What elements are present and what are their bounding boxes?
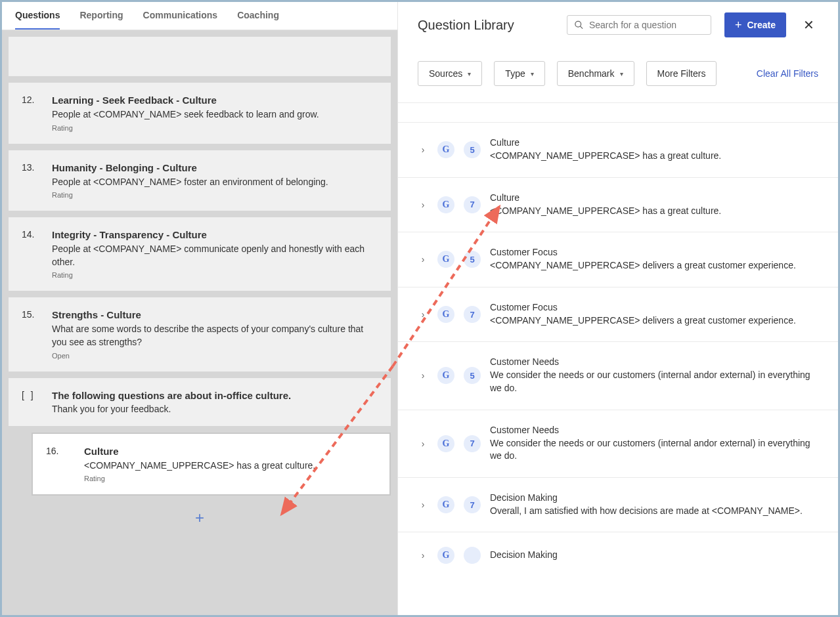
library-category: Customer Focus (490, 247, 818, 257)
chevron-right-icon[interactable]: › (418, 370, 428, 381)
create-button[interactable]: + Create (724, 12, 786, 37)
question-type: Rating (84, 475, 376, 482)
question-number: 15. (22, 309, 40, 359)
library-category: Decision Making (490, 492, 818, 503)
tab-bar: Questions Reporting Communications Coach… (2, 2, 397, 30)
library-item[interactable]: › G Decision Making (398, 532, 838, 578)
chevron-right-icon[interactable]: › (418, 144, 428, 155)
tab-communications[interactable]: Communications (143, 2, 218, 30)
section-title: The following questions are about in-off… (52, 390, 291, 401)
question-type: Rating (52, 191, 378, 199)
question-number: 16. (46, 446, 72, 483)
chevron-down-icon: ▾ (468, 70, 471, 77)
add-question-icon[interactable]: + (195, 509, 204, 526)
scale-badge: 5 (464, 367, 481, 384)
chevron-right-icon[interactable]: › (418, 254, 428, 265)
question-desc: What are some words to describe the aspe… (52, 323, 378, 349)
filter-type[interactable]: Type▾ (494, 61, 544, 86)
question-item-added[interactable]: 16. Culture <COMPANY_NAME_UPPERCASE> has… (32, 433, 391, 496)
chevron-right-icon[interactable]: › (418, 200, 428, 210)
question-title: Learning - Seek Feedback - Culture (52, 95, 378, 106)
library-item[interactable]: › G 5 Customer Focus<COMPANY_NAME_UPPERC… (398, 232, 838, 287)
source-icon: G (437, 367, 454, 384)
question-desc: People at <COMPANY_NAME> communicate ope… (52, 243, 378, 268)
close-icon[interactable]: ✕ (799, 13, 818, 37)
library-question: <COMPANY_NAME_UPPERCASE> delivers a grea… (490, 259, 818, 272)
library-category: Customer Needs (490, 356, 818, 367)
question-title: Humanity - Belonging - Culture (52, 162, 378, 173)
library-question: Overall, I am satisfied with how decisio… (490, 505, 818, 518)
library-item[interactable]: › G 7 Decision MakingOverall, I am satis… (398, 478, 838, 533)
question-item[interactable]: 12. Learning - Seek Feedback - Culture P… (9, 83, 391, 144)
question-type: Rating (52, 271, 378, 279)
library-item[interactable]: › G 7 Customer NeedsWe consider the need… (398, 410, 838, 478)
tab-questions[interactable]: Questions (15, 2, 60, 30)
create-label: Create (747, 20, 776, 30)
scale-badge: 5 (464, 251, 481, 268)
question-desc: <COMPANY_NAME_UPPERCASE> has a great cul… (84, 459, 376, 473)
question-title: Strengths - Culture (52, 309, 378, 320)
search-icon (574, 20, 584, 30)
chevron-down-icon: ▾ (620, 70, 623, 77)
plus-icon: + (735, 19, 742, 31)
question-item[interactable]: 14. Integrity - Transparency - Culture P… (9, 217, 391, 291)
scale-badge: 7 (464, 196, 481, 213)
panel-title: Question Library (418, 18, 514, 33)
library-item[interactable]: › G 7 Culture<COMPANY_NAME_UPPERCASE> ha… (398, 178, 838, 233)
svg-point-0 (575, 21, 581, 27)
scale-badge: 7 (464, 435, 481, 452)
library-item[interactable]: › G 5 Customer NeedsWe consider the need… (398, 342, 838, 410)
question-title: Culture (84, 446, 376, 457)
section-header[interactable]: [ ] The following questions are about in… (9, 378, 391, 426)
library-category: Customer Focus (490, 302, 818, 312)
library-category: Culture (490, 192, 818, 203)
search-field[interactable] (567, 15, 711, 35)
source-icon: G (437, 435, 454, 452)
question-desc: People at <COMPANY_NAME> foster an envir… (52, 176, 378, 189)
panel-header: Question Library + Create ✕ (398, 2, 838, 48)
scale-badge (464, 547, 481, 564)
section-icon: [ ] (22, 390, 40, 414)
chevron-right-icon[interactable]: › (418, 550, 428, 561)
library-item[interactable]: › G 5 Culture<COMPANY_NAME_UPPERCASE> ha… (398, 123, 838, 178)
question-type: Open (52, 352, 378, 360)
question-number: 12. (22, 95, 40, 132)
library-category: Customer Needs (490, 425, 818, 435)
source-icon: G (437, 306, 454, 323)
chevron-right-icon[interactable]: › (418, 500, 428, 510)
search-input[interactable] (589, 20, 704, 30)
question-item[interactable]: 13. Humanity - Belonging - Culture Peopl… (9, 150, 391, 211)
scale-badge: 7 (464, 306, 481, 323)
filters-row: Sources▾ Type▾ Benchmark▾ More Filters C… (398, 48, 838, 103)
scale-badge: 7 (464, 496, 481, 513)
library-question: <COMPANY_NAME_UPPERCASE> delivers a grea… (490, 314, 818, 328)
question-desc: People at <COMPANY_NAME> seek feedback t… (52, 108, 378, 121)
library-list: › G 5 Culture<COMPANY_NAME_UPPERCASE> ha… (398, 103, 838, 615)
clear-filters[interactable]: Clear All Filters (757, 68, 818, 79)
chevron-right-icon[interactable]: › (418, 309, 428, 320)
source-icon: G (437, 141, 454, 158)
chevron-down-icon: ▾ (531, 70, 534, 77)
filter-sources[interactable]: Sources▾ (418, 61, 482, 86)
svg-line-1 (580, 26, 583, 29)
chevron-right-icon[interactable]: › (418, 438, 428, 449)
tab-reporting[interactable]: Reporting (79, 2, 123, 30)
library-question: We consider the needs or our customers (… (490, 369, 818, 394)
question-list: 12. Learning - Seek Feedback - Culture P… (2, 30, 397, 615)
question-item[interactable]: 15. Strengths - Culture What are some wo… (9, 297, 391, 371)
filter-more[interactable]: More Filters (646, 61, 717, 86)
question-type: Rating (52, 124, 378, 132)
question-number: 14. (22, 229, 40, 279)
tab-coaching[interactable]: Coaching (237, 2, 279, 30)
questions-panel: Questions Reporting Communications Coach… (2, 2, 397, 615)
scale-badge: 5 (464, 141, 481, 158)
source-icon: G (437, 547, 454, 564)
library-item[interactable]: › G 7 Customer Focus<COMPANY_NAME_UPPERC… (398, 287, 838, 343)
source-icon: G (437, 196, 454, 213)
source-icon: G (437, 251, 454, 268)
section-desc: Thank you for your feedback. (52, 404, 291, 414)
filter-benchmark[interactable]: Benchmark▾ (557, 61, 634, 86)
library-question: <COMPANY_NAME_UPPERCASE> has a great cul… (490, 150, 818, 163)
library-panel: Question Library + Create ✕ Sources▾ Typ… (397, 2, 838, 615)
library-question: <COMPANY_NAME_UPPERCASE> has a great cul… (490, 205, 818, 218)
